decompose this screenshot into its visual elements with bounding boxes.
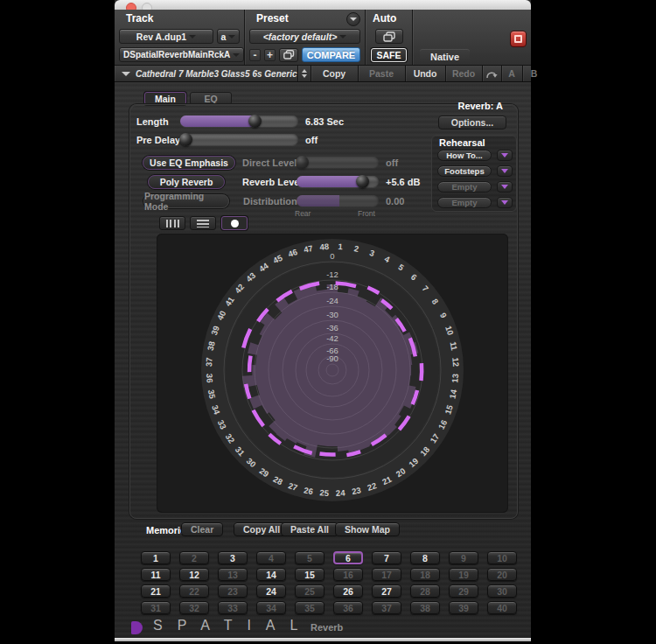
memories-paste-all-button[interactable]: Paste All (281, 522, 338, 536)
copy-settings-icon[interactable] (279, 48, 298, 62)
memory-slot-38[interactable]: 38 (410, 601, 440, 614)
view-mode-dot-button[interactable] (221, 216, 248, 230)
close-icon[interactable] (126, 3, 136, 10)
pre-delay-slider[interactable] (180, 134, 298, 145)
window-bottom-edge (115, 638, 531, 641)
rehearsal-button-1[interactable]: How To... (437, 150, 492, 161)
memory-slot-39[interactable]: 39 (449, 601, 478, 614)
memory-slot-10[interactable]: 10 (487, 551, 517, 564)
paste-button[interactable]: Paste (359, 66, 406, 81)
db-label: -30 (326, 310, 338, 319)
compare-button[interactable]: COMPARE (302, 47, 360, 62)
memory-slot-17[interactable]: 17 (372, 568, 401, 581)
view-mode-bars-button[interactable] (159, 216, 185, 230)
rehearsal-triangle-down-icon[interactable] (497, 150, 513, 161)
plugin-preset-selector[interactable]: Cathedral 7 Marble3 Glass5 6s Generic (115, 66, 298, 81)
memory-slot-1[interactable]: 1 (141, 551, 171, 564)
reverb-level-slider[interactable] (297, 176, 379, 187)
memory-slot-20[interactable]: 20 (487, 568, 517, 581)
memory-slot-4[interactable]: 4 (256, 551, 286, 564)
memory-slot-29[interactable]: 29 (449, 584, 478, 598)
memory-slot-16[interactable]: 16 (333, 568, 363, 581)
memory-slot-24[interactable]: 24 (256, 584, 286, 598)
memory-slot-40[interactable]: 40 (487, 601, 517, 614)
memory-slot-11[interactable]: 11 (141, 568, 171, 581)
brand-name: SPATIAL (153, 618, 312, 634)
memory-slot-33[interactable]: 33 (218, 601, 248, 614)
distribution-slider[interactable] (297, 195, 379, 206)
tab-main[interactable]: Main (144, 92, 186, 105)
memory-slot-2[interactable]: 2 (179, 551, 209, 564)
rehearsal-button-2[interactable]: Footsteps (437, 165, 492, 177)
memory-slot-30[interactable]: 30 (487, 584, 517, 598)
memory-slot-18[interactable]: 18 (410, 568, 440, 581)
memories-clear-button[interactable]: Clear (181, 522, 223, 536)
options-button[interactable]: Options... (438, 116, 506, 130)
auto-safe-button[interactable]: SAFE (371, 48, 406, 62)
revert-button[interactable] (483, 66, 502, 81)
memory-slot-32[interactable]: 32 (179, 601, 209, 614)
poly-reverb-button[interactable]: Poly Reverb (148, 175, 225, 189)
rehearsal-button-3[interactable]: Empty (437, 181, 492, 192)
rehearsal-triangle-down-icon[interactable] (497, 181, 513, 192)
slider-knob[interactable] (248, 115, 262, 128)
preset-menu-icon[interactable] (346, 12, 360, 26)
memory-slot-31[interactable]: 31 (141, 601, 171, 614)
memory-slot-27[interactable]: 27 (372, 584, 401, 598)
memory-slot-7[interactable]: 7 (372, 551, 401, 564)
direct-level-slider[interactable] (297, 157, 379, 168)
setting-b-button[interactable]: B (523, 66, 546, 81)
playlist-selector[interactable]: a (217, 29, 240, 44)
insert-selector[interactable]: DSpatialReverbMainRckA (119, 47, 244, 62)
length-slider[interactable] (180, 116, 298, 127)
rehearsal-triangle-down-icon[interactable] (497, 197, 513, 208)
preset-selector[interactable]: <factory default> (249, 29, 360, 44)
memory-slot-36[interactable]: 36 (333, 601, 363, 614)
target-button[interactable] (510, 31, 527, 47)
programming-mode-button[interactable]: Programming Mode (143, 194, 229, 208)
memory-slot-35[interactable]: 35 (295, 601, 325, 614)
memory-slot-28[interactable]: 28 (410, 584, 440, 598)
slider-knob[interactable] (179, 133, 192, 146)
memory-slot-19[interactable]: 19 (449, 568, 478, 581)
channel-number: 13 (450, 374, 460, 383)
memory-slot-9[interactable]: 9 (449, 551, 478, 564)
automation-button[interactable] (375, 29, 403, 44)
tab-eq[interactable]: EQ (190, 92, 232, 105)
memory-slot-6[interactable]: 6 (333, 551, 363, 564)
memory-slot-21[interactable]: 21 (141, 584, 171, 598)
preset-stepper[interactable] (298, 66, 311, 81)
memory-slot-34[interactable]: 34 (256, 601, 286, 614)
memory-slot-13[interactable]: 13 (218, 568, 248, 581)
polar-display-canvas[interactable]: 0-12-18-24-30-36-42-66-90123456789101112… (157, 234, 508, 513)
memory-slot-15[interactable]: 15 (295, 568, 325, 581)
memory-slot-14[interactable]: 14 (256, 568, 286, 581)
rehearsal-triangle-down-icon[interactable] (497, 165, 513, 177)
memory-slot-12[interactable]: 12 (179, 568, 209, 581)
copy-button[interactable]: Copy (311, 66, 359, 81)
track-selector[interactable]: Rev A.dup1 (119, 29, 213, 44)
channel-number: 37 (204, 357, 214, 367)
memories-show-map-button[interactable]: Show Map (335, 522, 400, 536)
undo-button[interactable]: Undo (406, 66, 446, 81)
window-titlebar[interactable] (115, 0, 531, 10)
slider-knob[interactable] (296, 156, 309, 169)
memory-slot-3[interactable]: 3 (218, 551, 248, 564)
slider-knob[interactable] (356, 175, 369, 188)
view-mode-lines-button[interactable] (190, 216, 216, 230)
polar-display-panel[interactable]: 0-12-18-24-30-36-42-66-90123456789101112… (157, 234, 508, 513)
redo-button[interactable]: Redo (446, 66, 483, 81)
rehearsal-button-4[interactable]: Empty (437, 197, 492, 208)
memory-slot-26[interactable]: 26 (333, 584, 363, 598)
memory-slot-8[interactable]: 8 (410, 551, 440, 564)
memory-slot-5[interactable]: 5 (295, 551, 325, 564)
setting-a-button[interactable]: A (502, 66, 523, 81)
memory-slot-37[interactable]: 37 (372, 601, 401, 614)
preset-previous-button[interactable]: - (249, 49, 261, 61)
preset-next-button[interactable]: + (264, 49, 276, 61)
memory-slot-22[interactable]: 22 (179, 584, 209, 598)
use-eq-emphasis-button[interactable]: Use EQ Emphasis (143, 156, 235, 170)
memory-slot-23[interactable]: 23 (218, 584, 248, 598)
memory-slot-25[interactable]: 25 (295, 584, 325, 598)
minimize-icon[interactable] (142, 3, 152, 10)
